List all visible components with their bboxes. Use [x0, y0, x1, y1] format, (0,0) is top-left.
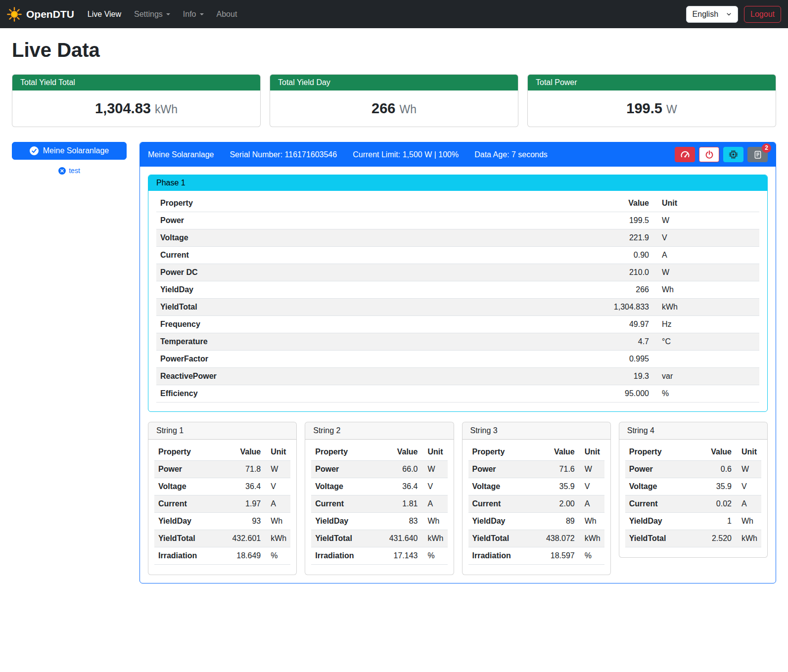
- inverter-card-body: Phase 1 Property Value Unit: [140, 167, 776, 583]
- unit-cell: [653, 351, 759, 368]
- card-body: 1,304.83kWh: [12, 90, 260, 127]
- unit-cell: V: [422, 478, 448, 495]
- column-header-property: Property: [625, 444, 693, 461]
- card-unit: W: [666, 103, 677, 116]
- string-table: Property Value Unit Power: [625, 444, 761, 547]
- nav-item-live-view[interactable]: Live View: [81, 6, 128, 23]
- string-3-card: String 3 Property Value Unit: [462, 422, 611, 575]
- table-row: Frequency 49.97 Hz: [156, 316, 759, 333]
- value-cell: 432.601: [216, 530, 265, 547]
- logout-button[interactable]: Logout: [744, 6, 781, 23]
- inverter-select-button[interactable]: Meine Solaranlage: [12, 142, 127, 160]
- property-cell: YieldDay: [468, 513, 530, 530]
- unit-cell: A: [265, 495, 290, 513]
- string-card-title: String 1: [148, 422, 296, 440]
- device-info-button[interactable]: [723, 147, 743, 162]
- phase-card-body: Property Value Unit Power: [148, 191, 767, 411]
- column-header-unit: Unit: [265, 444, 290, 461]
- table-row: YieldTotal 432.601 kWh: [154, 530, 290, 547]
- nav-item-label: Info: [183, 10, 196, 19]
- unit-cell: %: [579, 547, 604, 565]
- string-card-body: Property Value Unit Power: [305, 440, 453, 575]
- unit-cell: A: [579, 495, 604, 513]
- card-body: 266Wh: [270, 90, 518, 127]
- value-cell: 18.597: [530, 547, 579, 565]
- table-row: Power 71.6 W: [468, 461, 604, 478]
- table-header-row: Property Value Unit: [468, 444, 604, 461]
- unit-cell: °C: [653, 333, 759, 351]
- unit-cell: kWh: [579, 530, 604, 547]
- column-header-value: Value: [693, 444, 736, 461]
- page-title: Live Data: [12, 39, 776, 61]
- inverter-sidebar: Meine Solaranlage test: [12, 142, 127, 175]
- main-row: Meine Solaranlage test Meine Solaranlage…: [12, 142, 776, 583]
- power-control-button[interactable]: [699, 147, 719, 162]
- total-yield-total-card: Total Yield Total 1,304.83kWh: [12, 74, 261, 127]
- value-cell: 431.640: [373, 530, 421, 547]
- x-circle-icon: [58, 167, 66, 175]
- string-2-card: String 2 Property Value Unit: [305, 422, 454, 575]
- property-cell: Irradiation: [311, 547, 373, 565]
- table-header-row: Property Value Unit: [311, 444, 447, 461]
- string-card-body: Property Value Unit Power: [463, 440, 610, 575]
- table-row: Current 0.90 A: [156, 247, 759, 264]
- strings-row: String 1 Property Value Unit: [148, 422, 768, 575]
- value-cell: 19.3: [454, 368, 653, 385]
- table-row: YieldTotal 2.520 kWh: [625, 530, 761, 547]
- property-cell: Power: [156, 212, 454, 229]
- property-cell: Voltage: [154, 478, 216, 495]
- nav-item-about[interactable]: About: [210, 6, 244, 23]
- card-title: Total Yield Day: [270, 75, 518, 90]
- unit-cell: Hz: [653, 316, 759, 333]
- property-cell: ReactivePower: [156, 368, 454, 385]
- language-select[interactable]: English: [686, 6, 738, 23]
- column-header-property: Property: [154, 444, 216, 461]
- unit-cell: Wh: [736, 513, 761, 530]
- nav-item-settings[interactable]: Settings: [128, 6, 177, 23]
- string-1-card: String 1 Property Value Unit: [148, 422, 297, 575]
- column-header-property: Property: [156, 195, 454, 212]
- value-cell: 221.9: [454, 229, 653, 247]
- inverter-serial: Serial Number: 116171603546: [230, 150, 337, 159]
- column-header-property: Property: [311, 444, 373, 461]
- value-cell: 438.072: [530, 530, 579, 547]
- unit-cell: kWh: [736, 530, 761, 547]
- page-content: Live Data Total Yield Total 1,304.83kWh …: [0, 28, 788, 598]
- column-header-property: Property: [468, 444, 530, 461]
- unit-cell: %: [653, 385, 759, 403]
- limit-settings-button[interactable]: [675, 147, 695, 162]
- table-header-row: Property Value Unit: [156, 195, 759, 212]
- phase-card-title: Phase 1: [148, 175, 767, 191]
- table-row: Voltage 36.4 V: [311, 478, 447, 495]
- table-row: Current 1.81 A: [311, 495, 447, 513]
- unit-cell: W: [653, 212, 759, 229]
- table-row: YieldDay 93 Wh: [154, 513, 290, 530]
- value-cell: 1.81: [373, 495, 421, 513]
- property-cell: Current: [154, 495, 216, 513]
- brand-logo[interactable]: OpenDTU: [7, 7, 74, 22]
- value-cell: 1,304.833: [454, 299, 653, 316]
- table-row: Power 71.8 W: [154, 461, 290, 478]
- unit-cell: A: [422, 495, 448, 513]
- property-cell: YieldDay: [311, 513, 373, 530]
- nav-item-info[interactable]: Info: [177, 6, 210, 23]
- value-cell: 17.143: [373, 547, 421, 565]
- property-cell: Power DC: [156, 264, 454, 281]
- card-body: 199.5W: [528, 90, 776, 127]
- test-inverter-link[interactable]: test: [12, 167, 127, 175]
- value-cell: 1.97: [216, 495, 265, 513]
- string-card-body: Property Value Unit Power: [619, 440, 767, 557]
- property-cell: Current: [311, 495, 373, 513]
- chevron-down-icon: [726, 11, 732, 17]
- unit-cell: kWh: [422, 530, 448, 547]
- event-log-button[interactable]: 2: [747, 147, 768, 162]
- value-cell: 83: [373, 513, 421, 530]
- property-cell: YieldTotal: [625, 530, 693, 547]
- unit-cell: %: [265, 547, 290, 565]
- inverter-select-label: Meine Solaranlage: [43, 146, 109, 155]
- value-cell: 2.00: [530, 495, 579, 513]
- unit-cell: var: [653, 368, 759, 385]
- property-cell: Power: [311, 461, 373, 478]
- value-cell: 0.02: [693, 495, 736, 513]
- value-cell: 0.6: [693, 461, 736, 478]
